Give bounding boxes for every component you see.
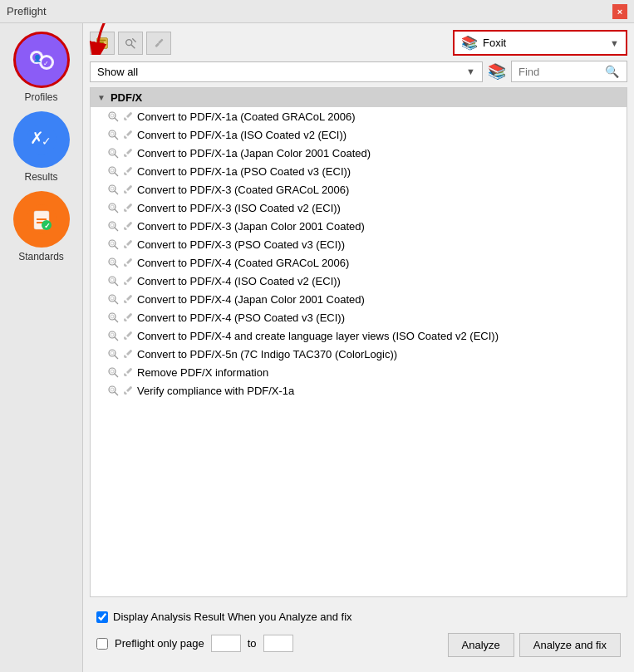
- page-row: Preflight only page 1 to 4: [96, 635, 293, 652]
- profile-wrench-icon: [122, 165, 134, 177]
- list-item[interactable]: Convert to PDF/X-4 and create language l…: [91, 326, 627, 345]
- books-icon: 📚: [461, 35, 478, 51]
- profile-wrench-icon: [122, 293, 134, 305]
- page-to-input[interactable]: 4: [263, 635, 293, 652]
- sidebar-item-profiles[interactable]: 👤 ✓ Profiles: [4, 32, 79, 103]
- list-item[interactable]: Convert to PDF/X-5n (7C Indigo TAC370 (C…: [91, 345, 627, 363]
- svg-text:✓: ✓: [43, 60, 49, 67]
- svg-point-42: [111, 205, 114, 208]
- profile-item-label: Remove PDF/X information: [137, 366, 268, 379]
- svg-line-32: [115, 155, 118, 158]
- display-analysis-label: Display Analysis Result When you Analyze…: [113, 611, 352, 623]
- list-item[interactable]: Remove PDF/X information: [91, 363, 627, 381]
- svg-rect-12: [37, 218, 47, 220]
- list-item[interactable]: Convert to PDF/X-4 (PSO Coated v3 (ECI)): [91, 308, 627, 326]
- profile-item-icons: [107, 146, 134, 159]
- list-item[interactable]: Convert to PDF/X-3 (ISO Coated v2 (ECI)): [91, 199, 627, 217]
- svg-point-46: [109, 240, 115, 247]
- group-header-pdfx[interactable]: ▼ PDF/X: [91, 88, 627, 107]
- profile-item-label: Convert to PDF/X-4 (ISO Coated v2 (ECI)): [137, 275, 341, 287]
- foxit-dropdown[interactable]: 📚 Foxit ▼: [453, 30, 627, 56]
- find-input[interactable]: [519, 66, 602, 78]
- svg-point-55: [109, 295, 115, 302]
- profile-magnifier-icon: [107, 256, 120, 269]
- svg-point-34: [109, 167, 115, 174]
- svg-point-43: [109, 222, 115, 228]
- results-label: Results: [24, 171, 57, 183]
- profile-item-label: Convert to PDF/X-3 (ISO Coated v2 (ECI)): [137, 202, 341, 214]
- svg-point-49: [109, 258, 115, 265]
- profile-list[interactable]: ▼ PDF/X Convert to PDF/X-1a (Coated GRAC…: [90, 87, 627, 597]
- analyze-button[interactable]: Analyze: [448, 633, 514, 657]
- results-icon: ✗ ✓: [26, 124, 57, 155]
- wrench-icon: [152, 36, 165, 51]
- svg-point-48: [111, 242, 114, 245]
- sidebar-item-results[interactable]: ✗ ✓ Results: [4, 111, 79, 183]
- options-button[interactable]: [146, 32, 171, 55]
- profile-magnifier-icon: [107, 128, 120, 141]
- list-item[interactable]: Convert to PDF/X-4 (Coated GRACoL 2006): [91, 253, 627, 272]
- svg-point-28: [109, 130, 115, 137]
- sidebar-item-standards[interactable]: ✓ Standards: [4, 191, 79, 262]
- svg-line-44: [115, 228, 118, 231]
- svg-line-35: [115, 173, 118, 176]
- list-item[interactable]: Convert to PDF/X-4 (ISO Coated v2 (ECI)): [91, 272, 627, 290]
- profile-item-label: Convert to PDF/X-3 (Coated GRACoL 2006): [137, 184, 349, 196]
- display-analysis-row: Display Analysis Result When you Analyze…: [96, 611, 621, 623]
- profile-item-label: Convert to PDF/X-1a (PSO Coated v3 (ECI)…: [137, 165, 351, 178]
- svg-line-53: [115, 282, 118, 286]
- svg-line-62: [115, 337, 118, 341]
- analyze-and-fix-button[interactable]: Analyze and fix: [519, 633, 621, 657]
- list-item[interactable]: Convert to PDF/X-3 (PSO Coated v3 (ECI)): [91, 235, 627, 253]
- svg-point-70: [109, 386, 115, 393]
- svg-line-71: [115, 392, 118, 395]
- preflight-only-checkbox[interactable]: [96, 638, 108, 650]
- magnifier-wrench-icon: [124, 36, 137, 51]
- profile-item-icons: [107, 347, 134, 361]
- list-item[interactable]: Convert to PDF/X-1a (Coated GRACoL 2006): [91, 107, 627, 125]
- svg-rect-20: [99, 43, 105, 45]
- preflight-only-label: Preflight only page: [115, 637, 204, 650]
- profile-wrench-icon: [122, 330, 134, 341]
- svg-point-45: [111, 223, 114, 227]
- list-item[interactable]: Convert to PDF/X-3 (Japan Color 2001 Coa…: [91, 217, 627, 235]
- profile-item-label: Convert to PDF/X-5n (7C Indigo TAC370 (C…: [137, 348, 397, 361]
- list-item[interactable]: Convert to PDF/X-4 (Japan Color 2001 Coa…: [91, 290, 627, 308]
- svg-line-65: [115, 356, 118, 359]
- list-item[interactable]: Convert to PDF/X-3 (Coated GRACoL 2006): [91, 180, 627, 199]
- filter-row: Show all ▼ 📚 🔍: [90, 61, 627, 82]
- profile-item-icons: [107, 201, 134, 214]
- dropdown-chevron-icon: ▼: [466, 66, 475, 76]
- profile-item-icons: [107, 292, 134, 306]
- profile-magnifier-icon: [107, 183, 120, 196]
- profile-item-icons: [107, 384, 134, 397]
- profile-item-icons: [107, 274, 134, 287]
- profile-magnifier-icon: [107, 110, 120, 123]
- profile-magnifier-icon: [107, 365, 120, 379]
- profile-magnifier-icon: [107, 347, 120, 361]
- list-item[interactable]: Convert to PDF/X-1a (Japan Color 2001 Co…: [91, 144, 627, 162]
- list-item[interactable]: Convert to PDF/X-1a (ISO Coated v2 (ECI)…: [91, 125, 627, 144]
- search-profiles-button[interactable]: [118, 32, 143, 55]
- svg-point-40: [109, 204, 115, 210]
- svg-point-27: [111, 114, 114, 117]
- profile-wrench-icon: [122, 275, 134, 287]
- profile-wrench-icon: [122, 257, 134, 268]
- edit-profiles-button[interactable]: [90, 32, 115, 55]
- svg-text:✓: ✓: [44, 222, 51, 230]
- display-analysis-checkbox[interactable]: [96, 611, 108, 623]
- standards-circle: ✓: [13, 191, 70, 248]
- show-all-dropdown[interactable]: Show all ▼: [90, 61, 483, 82]
- profile-item-label: Convert to PDF/X-4 (PSO Coated v3 (ECI)): [137, 311, 345, 324]
- profile-magnifier-icon: [107, 329, 120, 342]
- edit-icon: [96, 36, 109, 51]
- profile-item-label: Convert to PDF/X-4 and create language l…: [137, 330, 499, 342]
- page-from-input[interactable]: 1: [211, 635, 241, 652]
- svg-line-50: [115, 264, 118, 267]
- profile-items-container: Convert to PDF/X-1a (Coated GRACoL 2006)…: [91, 107, 627, 400]
- close-button[interactable]: ×: [612, 4, 627, 19]
- list-item[interactable]: Convert to PDF/X-1a (PSO Coated v3 (ECI)…: [91, 162, 627, 180]
- svg-point-30: [111, 132, 114, 135]
- list-item[interactable]: Verify compliance with PDF/X-1a: [91, 381, 627, 400]
- svg-point-51: [111, 260, 114, 263]
